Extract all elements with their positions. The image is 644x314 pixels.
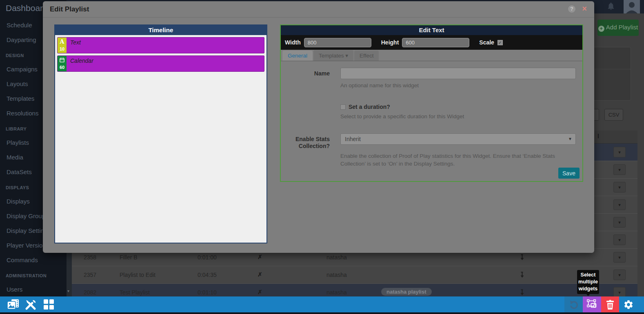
undo-icon <box>569 300 579 310</box>
chevron-down-icon: ▾ <box>345 53 348 59</box>
media-library-icon[interactable] <box>7 299 20 312</box>
table-row-2357[interactable]: 2357 Playlist to Edit 0:04:35 ✗ natasha … <box>72 266 637 284</box>
widget-label: Calendar <box>70 57 93 64</box>
stats-collection-select[interactable]: Inherit ▼ <box>340 133 576 145</box>
height-input[interactable] <box>402 38 469 47</box>
playlist-duration: 0:01:00 <box>198 254 217 261</box>
edit-text-panel: Edit Text Width Height Scale ✓ General T… <box>280 24 583 182</box>
timeline-widget-text[interactable]: A 10 Text <box>57 37 264 53</box>
playlist-editor-toolbar <box>0 296 644 312</box>
width-input[interactable] <box>304 38 371 47</box>
edit-text-tabs: General Templates ▾ Effect <box>281 50 582 61</box>
playlist-owner: natasha <box>326 272 347 278</box>
delete-button[interactable] <box>601 296 619 312</box>
row-menu-button[interactable]: ▾ <box>613 270 626 280</box>
dimensions-bar: Width Height Scale ✓ <box>281 35 582 50</box>
select-multiple-icon <box>586 299 598 310</box>
playlist-tag-badge: natasha playlist <box>381 288 432 296</box>
width-label: Width <box>285 39 301 46</box>
scale-checkbox[interactable]: ✓ <box>497 40 503 45</box>
sidebar-item-commands[interactable]: Commands <box>0 253 67 268</box>
undo-button[interactable] <box>564 296 583 312</box>
grid-icon[interactable] <box>43 299 54 312</box>
chevron-down-icon: ▾ <box>618 150 621 155</box>
select-multiple-widgets-button[interactable] <box>583 296 601 312</box>
tab-templates[interactable]: Templates ▾ <box>313 50 353 61</box>
edit-text-form: Name An optional name for this widget Se… <box>281 61 582 168</box>
modal-header: Edit Playlist ? × <box>43 1 594 18</box>
height-label: Height <box>381 39 399 46</box>
playlist-duration: 0:04:35 <box>198 272 217 278</box>
set-duration-row: Set a duration? <box>340 104 582 110</box>
name-input[interactable] <box>340 68 576 79</box>
settings-gear-icon <box>623 299 634 310</box>
widget-duration: 60 <box>58 64 67 71</box>
timeline-panel: Timeline A 10 Text 60 Calendar <box>54 24 267 243</box>
select-multiple-widgets-tooltip: Select multiple widgets <box>577 270 599 294</box>
modal-title: Edit Playlist <box>50 5 89 13</box>
widget-duration: 10 <box>58 46 67 52</box>
row-menu-button[interactable]: ▾ <box>613 147 626 157</box>
scale-label: Scale <box>479 39 494 46</box>
row-menu-button[interactable]: ▾ <box>613 164 626 175</box>
playlist-id: 2358 <box>84 254 96 261</box>
edit-text-panel-title: Edit Text <box>281 25 582 35</box>
set-duration-label: Set a duration? <box>349 104 390 110</box>
playlist-name: Playlist to Edit <box>120 272 155 278</box>
save-button[interactable]: Save <box>558 168 580 179</box>
add-playlist-button[interactable]: +Add Playlist <box>597 20 639 36</box>
toolbar-bottom-strip <box>0 312 644 314</box>
stats-collection-value: Inherit <box>345 136 361 142</box>
playlist-owner: natasha <box>326 289 347 296</box>
timeline-panel-title: Timeline <box>55 25 266 35</box>
playlist-owner: natasha <box>326 254 347 261</box>
x-icon: ✗ <box>258 289 262 295</box>
tab-effect[interactable]: Effect <box>354 51 379 61</box>
chevron-down-icon: ▾ <box>618 255 621 260</box>
sidebar-item-users[interactable]: Users <box>0 282 67 297</box>
help-icon[interactable]: ? <box>568 5 575 13</box>
row-menu-button[interactable]: ▾ <box>613 199 626 210</box>
chevron-down-icon: ▼ <box>568 134 572 144</box>
row-menu-button[interactable]: ▾ <box>613 217 626 228</box>
set-duration-checkbox[interactable] <box>340 104 346 110</box>
name-label: Name <box>285 68 330 79</box>
chevron-down-icon: ▾ <box>618 272 621 277</box>
edit-playlist-modal: Edit Playlist ? × Timeline A 10 Text 60 … <box>43 1 594 253</box>
plus-icon: + <box>598 26 604 32</box>
tools-icon[interactable] <box>25 299 37 312</box>
playlist-name: Test Playlist <box>120 289 150 296</box>
chevron-down-icon: ▾ <box>618 185 621 190</box>
trash-icon <box>606 300 615 310</box>
stats-collection-help-text: Enable the collection of Proof of Play s… <box>340 152 576 168</box>
timeline-widget-calendar[interactable]: 60 Calendar <box>57 55 264 72</box>
table-header-partial-label: l <box>597 133 599 139</box>
arrow-down-icon <box>520 289 524 297</box>
x-icon: ✗ <box>258 254 262 260</box>
playlist-id: 2082 <box>84 289 96 296</box>
stats-collection-label: Enable Stats Collection? <box>285 133 330 150</box>
csv-button[interactable]: CSV <box>604 109 623 121</box>
text-widget-icon: A 10 <box>58 38 67 53</box>
row-menu-button[interactable]: ▾ <box>613 182 626 192</box>
calendar-widget-icon: 60 <box>58 56 67 71</box>
chevron-down-icon: ▾ <box>618 290 621 295</box>
playlist-name: Filler B <box>120 254 138 261</box>
row-menu-button[interactable]: ▾ <box>613 234 626 245</box>
user-avatar[interactable] <box>624 0 640 13</box>
chevron-down-icon: ▾ <box>618 167 621 172</box>
arrow-down-icon <box>520 272 524 279</box>
close-icon[interactable]: × <box>582 4 587 13</box>
settings-button[interactable] <box>619 296 637 312</box>
playlist-duration: 0:01:10 <box>198 289 217 296</box>
sidebar-section-administration: ADMINISTRATION <box>0 268 67 282</box>
chevron-down-icon: ▾ <box>618 220 621 225</box>
tab-general[interactable]: General <box>282 51 313 61</box>
arrow-down-icon <box>520 254 524 262</box>
row-menu-button[interactable]: ▾ <box>613 252 626 263</box>
chevron-down-icon: ▾ <box>618 202 621 207</box>
scroll-down-icon[interactable]: ▾ <box>67 289 69 293</box>
set-duration-help-text: Select to provide a specific duration fo… <box>340 113 576 121</box>
notifications-bell-icon[interactable] <box>606 1 615 11</box>
chevron-down-icon: ▾ <box>618 237 621 242</box>
